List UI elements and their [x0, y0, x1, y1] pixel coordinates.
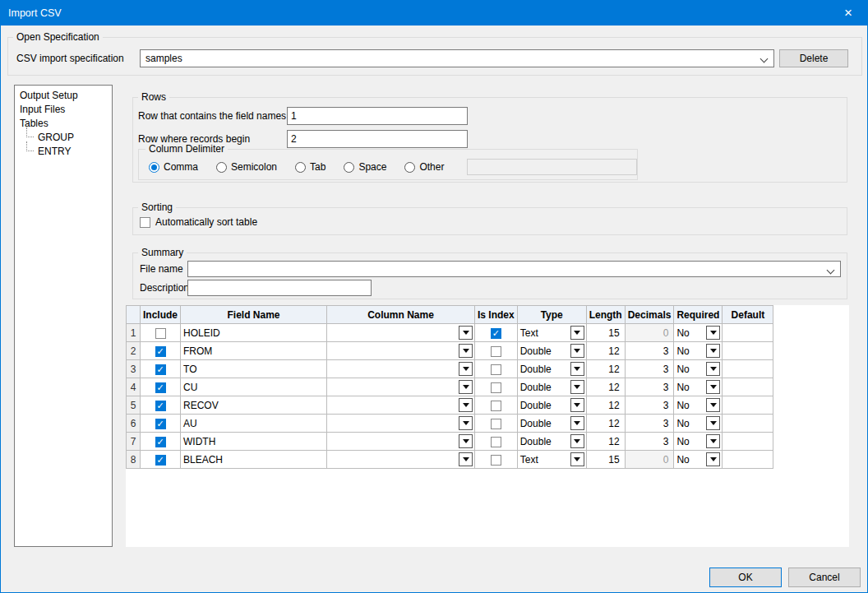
field-name-cell[interactable]: FROM: [181, 342, 327, 360]
column-name-cell[interactable]: [327, 451, 475, 469]
column-name-cell[interactable]: [327, 324, 475, 342]
required-cell[interactable]: No: [674, 396, 723, 415]
is-index-checkbox[interactable]: [491, 401, 501, 411]
default-cell[interactable]: [723, 342, 773, 360]
is-index-checkbox[interactable]: [491, 328, 501, 339]
length-cell[interactable]: 12: [586, 415, 625, 433]
default-cell[interactable]: [723, 451, 773, 469]
field-names-row-input[interactable]: [287, 107, 468, 125]
description-input[interactable]: [187, 280, 372, 296]
type-cell[interactable]: Double: [517, 378, 586, 396]
dropdown-button[interactable]: [706, 362, 720, 376]
dropdown-button[interactable]: [570, 434, 584, 448]
default-cell[interactable]: [723, 396, 773, 415]
decimals-cell[interactable]: 3: [625, 415, 674, 433]
is-index-cell[interactable]: [475, 360, 518, 378]
decimals-cell[interactable]: 3: [625, 378, 674, 396]
required-cell[interactable]: No: [674, 324, 723, 342]
include-checkbox[interactable]: [155, 346, 166, 357]
required-cell[interactable]: No: [674, 433, 723, 451]
type-cell[interactable]: Double: [517, 342, 586, 360]
default-cell[interactable]: [723, 415, 773, 433]
field-name-cell[interactable]: WIDTH: [181, 433, 327, 451]
include-cell[interactable]: [141, 415, 181, 433]
decimals-cell[interactable]: 3: [625, 433, 674, 451]
dropdown-button[interactable]: [706, 380, 720, 394]
is-index-checkbox[interactable]: [491, 364, 501, 375]
required-cell[interactable]: No: [674, 378, 723, 396]
default-cell[interactable]: [723, 433, 773, 451]
row-number[interactable]: 1: [127, 324, 141, 342]
is-index-cell[interactable]: [475, 433, 518, 451]
row-number[interactable]: 7: [127, 433, 141, 451]
records-begin-row-input[interactable]: [287, 130, 468, 148]
nav-item-entry[interactable]: ENTRY: [15, 145, 112, 159]
include-checkbox[interactable]: [155, 401, 166, 411]
sort-checkbox[interactable]: [140, 217, 150, 228]
field-name-cell[interactable]: CU: [181, 378, 327, 396]
column-name-cell[interactable]: [327, 360, 475, 378]
dropdown-button[interactable]: [459, 452, 473, 466]
field-name-cell[interactable]: BLEACH: [181, 451, 327, 469]
decimals-cell[interactable]: 3: [625, 342, 674, 360]
length-cell[interactable]: 12: [586, 360, 625, 378]
column-name-cell[interactable]: [327, 433, 475, 451]
ok-button[interactable]: OK: [709, 568, 782, 587]
row-number[interactable]: 8: [127, 451, 141, 469]
dropdown-button[interactable]: [706, 326, 720, 340]
dropdown-button[interactable]: [706, 398, 720, 412]
is-index-checkbox[interactable]: [491, 419, 501, 429]
include-checkbox[interactable]: [155, 437, 166, 447]
decimals-cell[interactable]: 0: [625, 324, 674, 342]
default-cell[interactable]: [723, 324, 773, 342]
cancel-button[interactable]: Cancel: [788, 568, 861, 587]
required-cell[interactable]: No: [674, 342, 723, 360]
include-cell[interactable]: [141, 451, 181, 469]
row-number[interactable]: 5: [127, 396, 141, 415]
radio-space[interactable]: Space: [344, 161, 386, 173]
dropdown-button[interactable]: [459, 416, 473, 430]
include-checkbox[interactable]: [155, 364, 166, 375]
is-index-checkbox[interactable]: [491, 346, 501, 357]
is-index-cell[interactable]: [475, 415, 518, 433]
default-cell[interactable]: [723, 360, 773, 378]
field-name-cell[interactable]: RECOV: [181, 396, 327, 415]
column-name-cell[interactable]: [327, 415, 475, 433]
dropdown-button[interactable]: [459, 326, 473, 340]
is-index-cell[interactable]: [475, 451, 518, 469]
dropdown-button[interactable]: [570, 362, 584, 376]
length-cell[interactable]: 12: [586, 378, 625, 396]
include-checkbox[interactable]: [155, 419, 166, 429]
dropdown-button[interactable]: [570, 380, 584, 394]
is-index-cell[interactable]: [475, 324, 518, 342]
is-index-cell[interactable]: [475, 378, 518, 396]
is-index-checkbox[interactable]: [491, 382, 501, 393]
type-cell[interactable]: Double: [517, 415, 586, 433]
include-cell[interactable]: [141, 378, 181, 396]
row-number[interactable]: 6: [127, 415, 141, 433]
dropdown-button[interactable]: [706, 434, 720, 448]
close-icon[interactable]: ×: [829, 1, 867, 25]
include-cell[interactable]: [141, 396, 181, 415]
other-delimiter-input[interactable]: [467, 159, 637, 175]
dropdown-button[interactable]: [459, 398, 473, 412]
dropdown-button[interactable]: [459, 362, 473, 376]
length-cell[interactable]: 15: [586, 324, 625, 342]
radio-tab[interactable]: Tab: [295, 161, 326, 173]
type-cell[interactable]: Double: [517, 433, 586, 451]
include-cell[interactable]: [141, 433, 181, 451]
dropdown-button[interactable]: [706, 344, 720, 358]
dropdown-button[interactable]: [570, 398, 584, 412]
field-name-cell[interactable]: HOLEID: [181, 324, 327, 342]
column-name-cell[interactable]: [327, 342, 475, 360]
include-checkbox[interactable]: [155, 382, 166, 393]
is-index-checkbox[interactable]: [491, 455, 501, 466]
csv-spec-combobox[interactable]: samples: [140, 49, 774, 67]
row-number[interactable]: 4: [127, 378, 141, 396]
dropdown-button[interactable]: [570, 326, 584, 340]
dropdown-button[interactable]: [459, 434, 473, 448]
delete-button[interactable]: Delete: [779, 49, 848, 67]
length-cell[interactable]: 15: [586, 451, 625, 469]
type-cell[interactable]: Text: [517, 451, 586, 469]
column-name-cell[interactable]: [327, 396, 475, 415]
